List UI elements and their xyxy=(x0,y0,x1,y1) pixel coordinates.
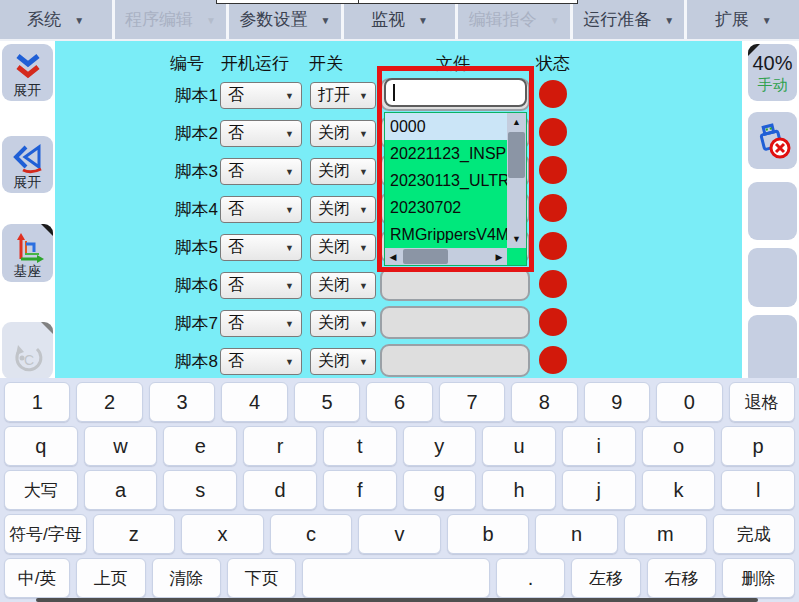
key-v[interactable]: v xyxy=(358,514,441,554)
autorun-select-5[interactable]: 否▼ xyxy=(220,234,302,261)
menu-item-4[interactable]: 监视▼ xyxy=(344,0,459,39)
key-x[interactable]: x xyxy=(181,514,264,554)
key-8[interactable]: 8 xyxy=(511,382,577,422)
autorun-select-2[interactable]: 否▼ xyxy=(220,120,302,147)
key-4[interactable]: 4 xyxy=(221,382,287,422)
vscroll-thumb[interactable] xyxy=(508,132,525,178)
key-m[interactable]: m xyxy=(624,514,707,554)
key-y[interactable]: y xyxy=(403,426,477,466)
scroll-down-button[interactable]: ▼ xyxy=(507,230,526,248)
autorun-select-4[interactable]: 否▼ xyxy=(220,196,302,223)
side-button-empty-1[interactable] xyxy=(748,182,797,240)
file-list-item-5[interactable]: RMGrippersV4Mo xyxy=(385,221,507,248)
key-6[interactable]: 6 xyxy=(366,382,432,422)
autorun-select-3[interactable]: 否▼ xyxy=(220,158,302,185)
file-list-hscrollbar[interactable]: ◀ ▶ xyxy=(385,248,507,265)
autorun-select-1[interactable]: 否▼ xyxy=(220,82,302,109)
key-z[interactable]: z xyxy=(93,514,176,554)
key-space[interactable] xyxy=(302,558,489,598)
menu-item-6[interactable]: 运行准备▼ xyxy=(573,0,688,39)
key-e[interactable]: e xyxy=(163,426,237,466)
status-indicator-4 xyxy=(539,194,567,222)
key-period[interactable]: . xyxy=(496,558,565,598)
key-s[interactable]: s xyxy=(163,470,237,510)
key-r[interactable]: r xyxy=(243,426,317,466)
key-l[interactable]: l xyxy=(721,470,795,510)
base-frame-button[interactable]: 基座 xyxy=(2,224,53,282)
key-5[interactable]: 5 xyxy=(294,382,360,422)
key-move-right[interactable]: 右移 xyxy=(647,558,716,598)
speed-mode-button[interactable]: 40% 手动 xyxy=(748,44,797,101)
key-b[interactable]: b xyxy=(447,514,530,554)
key-1[interactable]: 1 xyxy=(4,382,70,422)
switch-select-1[interactable]: 打开▼ xyxy=(310,82,376,109)
expand-left-button[interactable]: 展开 xyxy=(2,136,53,193)
key-move-left[interactable]: 左移 xyxy=(571,558,640,598)
expand-down-button[interactable]: 展开 xyxy=(2,44,53,101)
file-list-vscrollbar[interactable]: ▲ ▼ xyxy=(507,113,526,248)
menu-item-7[interactable]: 扩展▼ xyxy=(687,0,799,39)
key-q[interactable]: q xyxy=(4,426,78,466)
key-backspace[interactable]: 退格 xyxy=(729,382,795,422)
key-h[interactable]: h xyxy=(482,470,556,510)
menu-item-5[interactable]: 编辑指令▼ xyxy=(458,0,573,39)
key-a[interactable]: a xyxy=(84,470,158,510)
key-n[interactable]: n xyxy=(535,514,618,554)
key-u[interactable]: u xyxy=(482,426,556,466)
key-0[interactable]: 0 xyxy=(656,382,722,422)
side-button-empty-3[interactable] xyxy=(748,315,797,378)
key-g[interactable]: g xyxy=(403,470,477,510)
key-7[interactable]: 7 xyxy=(439,382,505,422)
rotate-cycle-button[interactable]: C xyxy=(2,322,53,378)
key-k[interactable]: k xyxy=(642,470,716,510)
hscroll-thumb[interactable] xyxy=(403,249,448,264)
file-list-item-3[interactable]: 20230113_ULTRA xyxy=(385,167,507,194)
file-field-8[interactable] xyxy=(380,344,530,377)
key-c[interactable]: c xyxy=(270,514,353,554)
key-j[interactable]: j xyxy=(562,470,636,510)
file-field-7[interactable] xyxy=(380,306,530,339)
switch-select-7[interactable]: 关闭▼ xyxy=(310,310,376,337)
key-symbol-toggle[interactable]: 符号/字母 xyxy=(4,514,87,554)
key-w[interactable]: w xyxy=(84,426,158,466)
switch-select-4[interactable]: 关闭▼ xyxy=(310,196,376,223)
switch-select-3[interactable]: 关闭▼ xyxy=(310,158,376,185)
autorun-select-6[interactable]: 否▼ xyxy=(220,272,302,299)
scroll-left-button[interactable]: ◀ xyxy=(385,248,401,265)
base-axes-icon xyxy=(11,231,45,263)
menu-item-3[interactable]: 参数设置▼ xyxy=(229,0,344,39)
usb-status-button[interactable] xyxy=(748,112,797,169)
key-delete[interactable]: 删除 xyxy=(722,558,795,598)
file-list-item-4[interactable]: 20230702 xyxy=(385,194,507,221)
file-list-item-1[interactable]: 0000 xyxy=(385,113,507,140)
key-caps[interactable]: 大写 xyxy=(4,470,78,510)
key-next-page[interactable]: 下页 xyxy=(227,558,296,598)
key-done[interactable]: 完成 xyxy=(713,514,796,554)
side-button-empty-2[interactable] xyxy=(748,248,797,307)
file-name-input[interactable] xyxy=(384,78,527,107)
key-2[interactable]: 2 xyxy=(76,382,142,422)
scroll-up-button[interactable]: ▲ xyxy=(507,113,526,131)
key-clear[interactable]: 清除 xyxy=(152,558,221,598)
key-d[interactable]: d xyxy=(243,470,317,510)
key-prev-page[interactable]: 上页 xyxy=(76,558,145,598)
key-i[interactable]: i xyxy=(562,426,636,466)
key-t[interactable]: t xyxy=(323,426,397,466)
key-3[interactable]: 3 xyxy=(149,382,215,422)
autorun-select-8[interactable]: 否▼ xyxy=(220,348,302,375)
menu-item-2[interactable]: 程序编辑▼ xyxy=(115,0,230,39)
switch-select-6[interactable]: 关闭▼ xyxy=(310,272,376,299)
switch-select-8[interactable]: 关闭▼ xyxy=(310,348,376,375)
key-9[interactable]: 9 xyxy=(584,382,650,422)
scroll-right-button[interactable]: ▶ xyxy=(491,248,507,265)
autorun-select-7[interactable]: 否▼ xyxy=(220,310,302,337)
key-p[interactable]: p xyxy=(721,426,795,466)
menu-item-1[interactable]: 系统▼ xyxy=(0,0,115,39)
switch-select-2[interactable]: 关闭▼ xyxy=(310,120,376,147)
file-field-6[interactable] xyxy=(380,268,530,301)
switch-select-5[interactable]: 关闭▼ xyxy=(310,234,376,261)
key-lang-toggle[interactable]: 中/英 xyxy=(4,558,70,598)
key-o[interactable]: o xyxy=(642,426,716,466)
file-list-item-2[interactable]: 20221123_INSPIR xyxy=(385,140,507,167)
key-f[interactable]: f xyxy=(323,470,397,510)
